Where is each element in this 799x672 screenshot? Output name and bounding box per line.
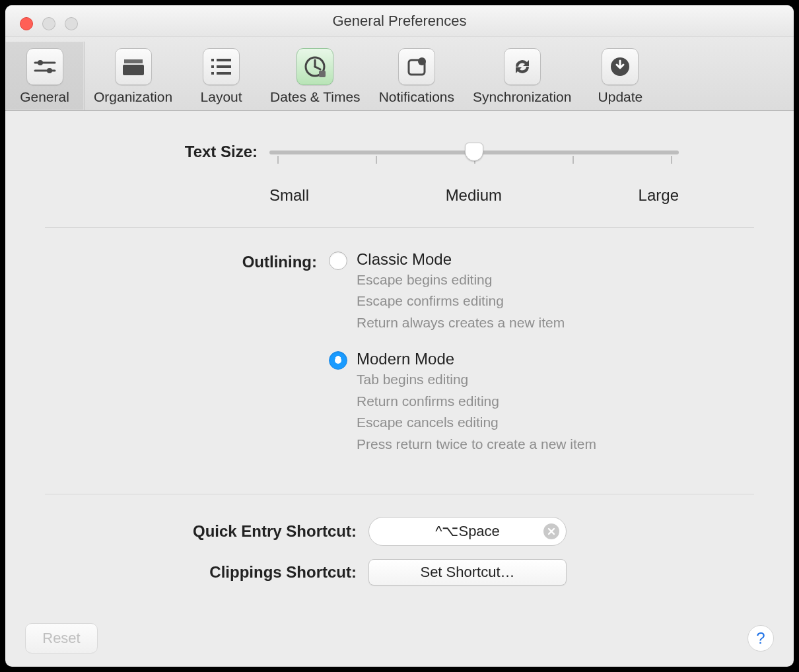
tab-synchronization[interactable]: Synchronization <box>464 42 580 110</box>
tab-label: Dates & Times <box>270 89 361 105</box>
close-window-button[interactable] <box>20 17 33 30</box>
slider-labels: Small Medium Large <box>269 186 679 205</box>
content-area: Text Size: Small Medium Large <box>5 111 794 586</box>
option-desc: Return confirms editing <box>357 391 596 411</box>
titlebar: General Preferences <box>5 5 794 37</box>
download-icon <box>602 48 639 85</box>
notification-icon <box>398 48 435 85</box>
option-desc: Return always creates a new item <box>357 313 565 333</box>
help-button[interactable]: ? <box>747 625 774 652</box>
tab-label: Organization <box>94 89 172 105</box>
tab-label: Update <box>598 89 643 105</box>
window-controls <box>20 17 78 30</box>
svg-rect-4 <box>124 59 143 63</box>
set-clippings-shortcut-button[interactable]: Set Shortcut… <box>368 559 567 586</box>
option-desc: Escape cancels editing <box>357 413 596 432</box>
outlining-modern-option[interactable]: Modern Mode Tab begins editing Return co… <box>329 350 754 454</box>
svg-rect-7 <box>217 59 231 61</box>
text-size-row: Text Size: Small Medium Large <box>45 140 754 205</box>
svg-rect-9 <box>217 65 231 68</box>
svg-line-14 <box>315 67 320 69</box>
clippings-row: Clippings Shortcut: Set Shortcut… <box>45 559 754 586</box>
radio-unchecked-icon[interactable] <box>329 252 347 270</box>
tab-notifications[interactable]: Notifications <box>370 42 464 110</box>
svg-rect-10 <box>211 72 214 75</box>
quick-entry-shortcut-field[interactable]: ^⌥Space <box>368 517 567 546</box>
option-desc: Press return twice to create a new item <box>357 434 596 454</box>
option-desc: Escape confirms editing <box>357 291 565 311</box>
quick-entry-label: Quick Entry Shortcut: <box>45 522 368 541</box>
tab-label: Layout <box>201 89 242 105</box>
clock-icon <box>296 48 333 85</box>
button-label: Set Shortcut… <box>420 564 514 581</box>
svg-rect-5 <box>123 65 144 75</box>
svg-rect-8 <box>211 65 214 68</box>
list-layout-icon <box>203 48 240 85</box>
svg-point-3 <box>47 68 52 73</box>
tab-label: Synchronization <box>473 89 571 105</box>
tab-label: Notifications <box>379 89 454 105</box>
text-size-slider[interactable] <box>269 145 679 164</box>
option-title: Classic Mode <box>357 250 565 269</box>
svg-rect-11 <box>217 72 231 75</box>
window-title: General Preferences <box>5 13 794 30</box>
divider <box>45 494 754 494</box>
svg-point-17 <box>418 57 426 65</box>
text-size-label: Text Size: <box>45 140 269 161</box>
clippings-label: Clippings Shortcut: <box>45 563 368 582</box>
tab-dates-times[interactable]: Dates & Times <box>261 42 370 110</box>
tab-general[interactable]: General <box>5 42 85 110</box>
sync-icon <box>504 48 541 85</box>
reset-button[interactable]: Reset <box>25 623 98 654</box>
zoom-window-button[interactable] <box>65 17 78 30</box>
svg-point-2 <box>38 60 43 65</box>
preferences-window: General Preferences General Organization… <box>5 5 794 667</box>
tab-label: General <box>20 89 69 105</box>
x-icon <box>547 527 555 535</box>
svg-rect-15 <box>319 71 326 77</box>
quick-entry-row: Quick Entry Shortcut: ^⌥Space <box>45 517 754 546</box>
toolbar: General Organization Layout Dates & Time… <box>5 37 794 111</box>
option-title: Modern Mode <box>357 350 596 368</box>
tab-layout[interactable]: Layout <box>182 42 261 110</box>
question-icon: ? <box>756 629 765 648</box>
tab-organization[interactable]: Organization <box>85 42 182 110</box>
outlining-row: Outlining: Classic Mode Escape begins ed… <box>45 250 754 471</box>
option-desc: Escape begins editing <box>357 270 565 290</box>
sliders-icon <box>26 48 63 85</box>
folders-stack-icon <box>115 48 152 85</box>
divider <box>45 227 754 228</box>
svg-rect-6 <box>211 59 214 61</box>
option-desc: Tab begins editing <box>357 370 596 389</box>
slider-label-small: Small <box>269 186 309 205</box>
outlining-classic-option[interactable]: Classic Mode Escape begins editing Escap… <box>329 250 754 333</box>
minimize-window-button[interactable] <box>42 17 55 30</box>
clear-shortcut-button[interactable] <box>543 523 559 539</box>
outlining-label: Outlining: <box>45 250 329 271</box>
slider-label-medium: Medium <box>446 186 502 205</box>
radio-checked-icon[interactable] <box>329 351 347 370</box>
tab-update[interactable]: Update <box>580 42 660 110</box>
shortcut-value: ^⌥Space <box>435 523 500 540</box>
slider-thumb[interactable] <box>465 143 483 161</box>
footer: Reset ? <box>5 610 794 667</box>
slider-label-large: Large <box>639 186 679 205</box>
